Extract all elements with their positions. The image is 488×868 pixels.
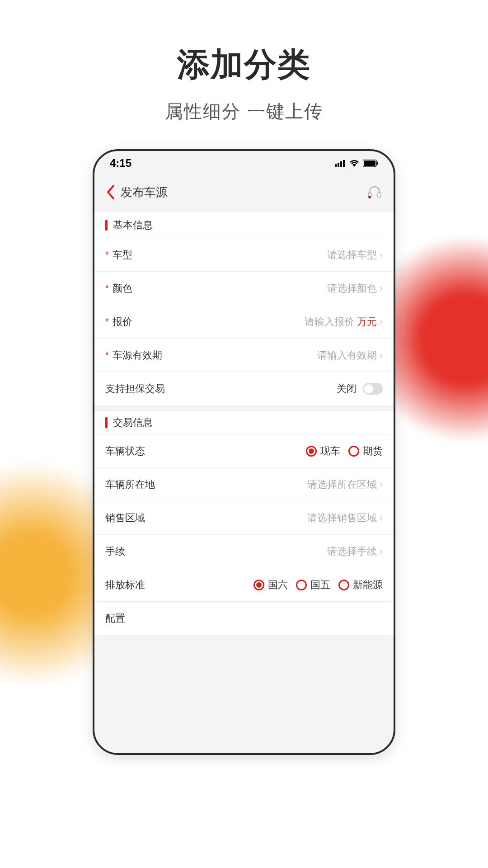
row-location[interactable]: 车辆所在地 请选择所在区域› — [94, 467, 394, 501]
radio-group-emission: 国六 国五 新能源 — [253, 578, 383, 592]
radio-group-status: 现车 期货 — [306, 444, 383, 458]
radio-label-status-1: 期货 — [363, 444, 383, 458]
radio-circle-icon — [306, 446, 317, 457]
signal-icon — [335, 160, 346, 167]
row-color[interactable]: *颜色 请选择颜色› — [94, 271, 394, 305]
radio-emission-2[interactable]: 新能源 — [338, 578, 383, 592]
placeholder-color: 请选择颜色 — [327, 282, 377, 295]
radio-emission-1[interactable]: 国五 — [296, 578, 330, 592]
radio-label-emission-2: 新能源 — [353, 578, 383, 592]
placeholder-price: 请输入报价 — [305, 315, 354, 329]
radio-circle-icon — [348, 446, 359, 457]
radio-emission-0[interactable]: 国六 — [253, 578, 288, 592]
svg-rect-5 — [364, 160, 375, 166]
label-price: 报价 — [113, 315, 132, 329]
placeholder-validity: 请输入有效期 — [317, 349, 377, 362]
label-color: 颜色 — [113, 282, 132, 295]
svg-rect-8 — [378, 193, 381, 197]
label-sales-area: 销售区域 — [105, 511, 145, 525]
content: 基本信息 *车型 请选择车型› *颜色 请选择颜色› *报价 请输入报价万元› … — [94, 209, 394, 635]
phone-frame: 4:15 发布车源 基本信息 *车型 请选择车型› *颜色 请选择颜色› *报价 — [93, 149, 395, 755]
back-icon[interactable] — [106, 185, 115, 199]
row-validity[interactable]: *车源有效期 请输入有效期› — [94, 338, 394, 372]
row-config[interactable]: 配置 — [94, 601, 394, 635]
section-bar — [105, 220, 108, 231]
svg-rect-6 — [377, 162, 378, 165]
row-escrow: 支持担保交易 关闭 — [94, 372, 394, 405]
placeholder-location: 请选择所在区域 — [307, 478, 377, 491]
battery-icon — [363, 160, 378, 167]
headset-icon[interactable] — [367, 185, 382, 199]
label-validity: 车源有效期 — [113, 349, 162, 362]
section-title-trade: 交易信息 — [113, 416, 153, 429]
escrow-toggle[interactable] — [363, 383, 383, 395]
chevron-right-icon: › — [380, 546, 383, 557]
section-header-trade: 交易信息 — [94, 405, 394, 434]
section-title-basic: 基本信息 — [113, 218, 153, 232]
label-emission: 排放标准 — [105, 578, 145, 592]
escrow-state: 关闭 — [337, 382, 357, 396]
row-price[interactable]: *报价 请输入报价万元› — [94, 305, 394, 338]
navbar: 发布车源 — [94, 175, 394, 209]
chevron-right-icon: › — [380, 479, 383, 491]
label-config: 配置 — [105, 612, 125, 625]
svg-rect-2 — [340, 161, 342, 167]
statusbar-right — [335, 160, 378, 167]
radio-label-status-0: 现车 — [320, 444, 340, 458]
label-escrow: 支持担保交易 — [105, 382, 165, 396]
required-mark: * — [105, 316, 109, 327]
placeholder-sales-area: 请选择销售区域 — [307, 511, 377, 525]
section-bar — [105, 417, 108, 428]
required-mark: * — [105, 350, 109, 360]
radio-label-emission-1: 国五 — [310, 578, 330, 592]
radio-circle-icon — [296, 580, 307, 590]
required-mark: * — [105, 283, 109, 293]
label-status: 车辆状态 — [105, 444, 145, 458]
label-model: 车型 — [113, 248, 132, 262]
label-procedure: 手续 — [105, 545, 125, 558]
svg-rect-1 — [338, 163, 339, 167]
unit-price: 万元 — [357, 315, 377, 329]
page-title: 添加分类 — [0, 43, 488, 86]
radio-status-1[interactable]: 期货 — [348, 444, 383, 458]
chevron-right-icon: › — [380, 316, 383, 328]
row-emission: 排放标准 国六 国五 新能源 — [94, 568, 394, 601]
radio-circle-icon — [253, 580, 264, 590]
label-location: 车辆所在地 — [105, 478, 155, 491]
chevron-right-icon: › — [380, 283, 383, 294]
chevron-right-icon: › — [380, 512, 383, 524]
chevron-right-icon: › — [380, 249, 383, 261]
svg-rect-0 — [335, 164, 337, 167]
svg-point-9 — [368, 196, 371, 198]
page-subtitle: 属性细分 一键上传 — [0, 99, 488, 124]
placeholder-model: 请选择车型 — [327, 248, 377, 262]
statusbar: 4:15 — [94, 151, 394, 175]
section-header-basic: 基本信息 — [94, 209, 394, 238]
wifi-icon — [349, 160, 359, 167]
placeholder-procedure: 请选择手续 — [327, 545, 377, 558]
row-status: 车辆状态 现车 期货 — [94, 434, 394, 467]
navbar-title: 发布车源 — [121, 184, 168, 200]
row-model[interactable]: *车型 请选择车型› — [94, 238, 394, 271]
chevron-right-icon: › — [380, 349, 383, 361]
required-mark: * — [105, 250, 109, 260]
radio-label-emission-0: 国六 — [268, 578, 288, 592]
row-procedure[interactable]: 手续 请选择手续› — [94, 534, 394, 568]
radio-status-0[interactable]: 现车 — [306, 444, 340, 458]
svg-rect-3 — [343, 160, 345, 167]
row-sales-area[interactable]: 销售区域 请选择销售区域› — [94, 501, 394, 534]
statusbar-time: 4:15 — [110, 157, 131, 170]
radio-circle-icon — [338, 580, 349, 590]
